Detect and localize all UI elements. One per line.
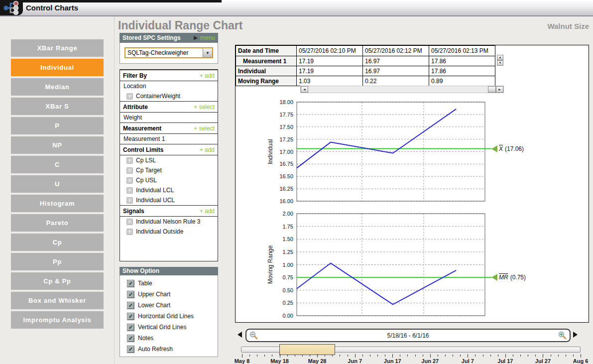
filter-section-action-link[interactable]: + add xyxy=(200,208,215,215)
table-hscrollbar[interactable]: ◄ ► xyxy=(300,86,504,93)
checkbox-icon[interactable]: ✓ xyxy=(127,346,134,353)
svg-text:0.50: 0.50 xyxy=(283,287,293,293)
sidebar-item[interactable]: NP xyxy=(11,136,104,154)
table-cell: 1.03 xyxy=(297,76,363,86)
filter-section-header: Control Limits + add xyxy=(120,144,218,155)
show-option-row[interactable]: ✓ Lower Chart xyxy=(120,300,218,311)
svg-text:16.00: 16.00 xyxy=(279,198,293,204)
scroll-left-button[interactable]: ◄ xyxy=(301,86,308,93)
table-cell: 17.86 xyxy=(429,66,495,76)
filter-section: Filter By + add × Location × ContainerWe… xyxy=(120,70,218,101)
timeline-tick xyxy=(317,354,318,358)
table-row-label: Moving Range xyxy=(236,76,297,86)
sidebar-item[interactable]: Histogram xyxy=(11,195,104,212)
filter-section-header: Measurement + select xyxy=(120,122,218,134)
timeline-tick xyxy=(280,354,280,358)
show-option-label: Auto Refresh xyxy=(138,346,173,353)
remove-icon[interactable]: × xyxy=(126,197,133,204)
timeline-tick xyxy=(340,355,340,357)
mean-symbol: X xyxy=(499,145,503,152)
sidebar-item[interactable]: Impromptu Analysis xyxy=(11,311,104,329)
show-option-label: Upper Chart xyxy=(138,291,170,298)
sidebar-item-label: Individual xyxy=(40,64,74,71)
sidebar-item-label: XBar S xyxy=(46,103,69,110)
filter-section-action-link[interactable]: + select xyxy=(194,104,215,111)
timeline-date-label: Jun 27 xyxy=(421,358,439,364)
remove-icon[interactable]: × xyxy=(126,167,133,174)
app-screen: Control Charts XBar Range Individual Med… xyxy=(0,0,593,364)
sidebar-item[interactable]: Cp & Pp xyxy=(11,272,104,290)
filter-section-action-link[interactable]: + add xyxy=(200,72,215,79)
checkbox-icon[interactable]: ✓ xyxy=(127,291,134,298)
remove-icon[interactable]: × xyxy=(126,229,133,235)
remove-icon[interactable]: × xyxy=(126,157,133,164)
zoom-out-icon[interactable] xyxy=(249,331,258,340)
filter-item-label: Individual LCL xyxy=(136,187,174,194)
filter-item: × Individual Outside xyxy=(120,227,218,237)
timeline-tick xyxy=(535,355,536,357)
combo-dropdown-button[interactable]: ▼ xyxy=(203,48,212,57)
checkbox-icon[interactable]: ✓ xyxy=(127,302,134,309)
filter-section-action-link[interactable]: + select xyxy=(194,125,215,132)
timeline-tick xyxy=(528,355,528,357)
sidebar-item[interactable]: Individual xyxy=(11,59,104,76)
filter-section: Control Limits + add × Cp LSL × Cp Targe… xyxy=(120,144,218,205)
zoom-in-icon[interactable] xyxy=(558,331,567,340)
mean-symbol: MR xyxy=(499,274,508,281)
spinner-down-button[interactable]: ▼ xyxy=(497,60,503,66)
pan-right-button[interactable] xyxy=(573,332,578,338)
table-cell: 16.97 xyxy=(363,56,429,66)
remove-icon[interactable]: × xyxy=(126,177,133,184)
table-row-label: Measurement 1 xyxy=(236,56,297,66)
checkbox-icon[interactable]: ✓ xyxy=(127,280,134,287)
timeline-tick xyxy=(430,354,431,358)
scrollbar-thumb[interactable] xyxy=(488,86,496,93)
checkbox-icon[interactable]: ✓ xyxy=(127,335,134,342)
show-option-row[interactable]: ✓ Notes xyxy=(120,333,218,344)
sidebar-item-label: Pareto xyxy=(46,219,69,227)
filter-item: × Cp USL xyxy=(120,175,218,185)
svg-text:1.75: 1.75 xyxy=(283,224,293,230)
filter-section-items: × Weight xyxy=(120,113,218,122)
sidebar-item[interactable]: Pareto xyxy=(11,214,104,232)
show-option-row[interactable]: ✓ Horizontal Grid Lines xyxy=(120,311,218,322)
filter-section-action-link[interactable]: + add xyxy=(200,146,215,153)
page-title: Individual Range Chart xyxy=(118,19,242,32)
timeline-date-label: Jun 17 xyxy=(384,358,401,364)
filter-item: × Individual LCL xyxy=(120,185,218,195)
checkbox-icon[interactable]: ✓ xyxy=(127,324,134,331)
scrollbar-track[interactable] xyxy=(308,86,496,93)
sidebar-item[interactable]: Pp xyxy=(11,253,104,270)
sidebar-item[interactable]: Box and Whisker xyxy=(11,292,104,309)
filter-section: Signals + add × Individual Nelson Rule 3… xyxy=(120,205,218,237)
sidebar-item-label: Histogram xyxy=(40,200,75,207)
remove-icon[interactable]: × xyxy=(126,219,133,225)
sidebar-item[interactable]: U xyxy=(11,175,104,193)
show-option-row[interactable]: ✓ Table xyxy=(120,278,218,289)
spinner-up-button[interactable]: ▲ xyxy=(497,55,503,60)
scroll-right-button[interactable]: ► xyxy=(496,86,503,93)
sidebar-item[interactable]: Median xyxy=(11,78,104,96)
sidebar-item[interactable]: XBar S xyxy=(11,98,104,115)
table-row: Individual 17.1916.9717.86 xyxy=(236,66,495,76)
show-option-row[interactable]: ✓ Auto Refresh xyxy=(120,344,218,355)
sidebar-item[interactable]: Cp xyxy=(11,234,104,251)
remove-icon[interactable]: × xyxy=(126,93,133,100)
show-option-row[interactable]: ✓ Upper Chart xyxy=(120,289,218,300)
app-title: Control Charts xyxy=(26,0,78,16)
timeline-date-label: Jun 7 xyxy=(348,358,362,364)
mean-annotation-moving-range: MR (0.75) xyxy=(491,273,526,281)
spc-settings-select[interactable]: SQLTag-Checkweigher ▼ xyxy=(124,47,213,58)
checkbox-icon[interactable]: ✓ xyxy=(127,313,134,320)
sidebar-item[interactable]: P xyxy=(11,117,104,134)
timeline-tick xyxy=(332,355,333,357)
settings-menu-button[interactable]: ▶ menu xyxy=(194,33,215,43)
table-cell: 17.19 xyxy=(297,66,363,76)
show-option-label: Vertical Grid Lines xyxy=(138,324,186,331)
sidebar-item[interactable]: XBar Range xyxy=(11,39,104,57)
sidebar-item[interactable]: C xyxy=(11,156,104,173)
remove-icon[interactable]: × xyxy=(126,187,133,194)
show-option-row[interactable]: ✓ Vertical Grid Lines xyxy=(120,322,218,333)
table-row: Measurement 1 17.1916.9717.86 xyxy=(236,56,495,66)
pan-left-button[interactable] xyxy=(237,332,242,338)
